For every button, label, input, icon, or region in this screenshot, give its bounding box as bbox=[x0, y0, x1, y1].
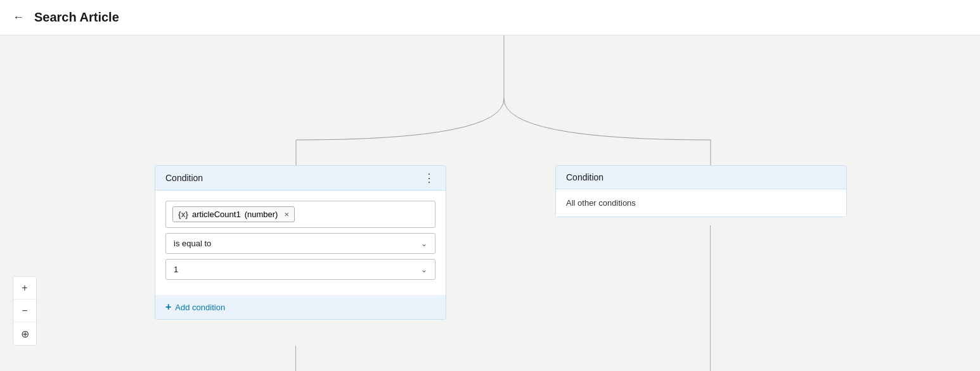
variable-tag: {x} articleCount1 (number) × bbox=[172, 206, 295, 222]
condition-card-right: Condition All other conditions bbox=[555, 165, 847, 217]
zoom-in-button[interactable]: + bbox=[13, 277, 36, 299]
variable-type: (number) bbox=[245, 210, 278, 219]
variable-close-button[interactable]: × bbox=[284, 210, 289, 219]
header: ← Search Article bbox=[0, 0, 980, 35]
zoom-controls: + − ⊕ bbox=[13, 276, 37, 346]
condition-body-left: {x} articleCount1 (number) × is equal to… bbox=[155, 190, 446, 295]
variable-row: {x} articleCount1 (number) × bbox=[165, 201, 435, 228]
left-vertical-line bbox=[295, 346, 296, 371]
page-title: Search Article bbox=[34, 10, 119, 25]
add-condition-button[interactable]: + Add condition bbox=[155, 295, 446, 319]
operator-chevron-icon: ⌄ bbox=[421, 239, 427, 248]
back-button[interactable]: ← bbox=[13, 11, 24, 24]
condition-menu-button-left[interactable]: ⋮ bbox=[423, 172, 435, 184]
value-selected: 1 bbox=[174, 265, 178, 274]
zoom-in-icon: + bbox=[22, 282, 27, 294]
plus-icon: + bbox=[165, 301, 171, 313]
right-vertical-line bbox=[710, 225, 711, 371]
variable-icon: {x} bbox=[178, 210, 188, 219]
variable-name: articleCount1 bbox=[192, 210, 241, 219]
other-conditions-text: All other conditions bbox=[556, 189, 846, 217]
operator-dropdown[interactable]: is equal to ⌄ bbox=[165, 233, 435, 254]
value-chevron-icon: ⌄ bbox=[421, 265, 427, 274]
condition-header-left: Condition ⋮ bbox=[155, 166, 446, 190]
condition-label-left: Condition bbox=[165, 173, 203, 183]
value-dropdown[interactable]: 1 ⌄ bbox=[165, 259, 435, 280]
zoom-reset-icon: ⊕ bbox=[21, 328, 29, 340]
canvas: Condition ⋮ {x} articleCount1 (number) ×… bbox=[0, 35, 980, 371]
operator-value: is equal to bbox=[174, 239, 211, 248]
zoom-reset-button[interactable]: ⊕ bbox=[13, 322, 36, 345]
back-icon: ← bbox=[13, 11, 24, 24]
condition-label-right: Condition bbox=[566, 172, 603, 182]
zoom-out-icon: − bbox=[22, 305, 27, 317]
zoom-out-button[interactable]: − bbox=[13, 299, 36, 322]
add-condition-label: Add condition bbox=[175, 303, 225, 312]
condition-header-right: Condition bbox=[556, 166, 846, 189]
condition-card-left: Condition ⋮ {x} articleCount1 (number) ×… bbox=[155, 165, 446, 320]
